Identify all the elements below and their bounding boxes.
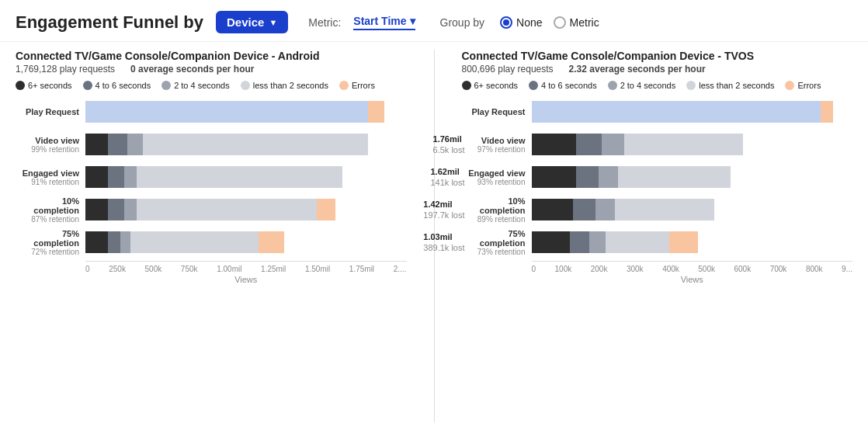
radio-none-option[interactable]: None <box>500 16 542 29</box>
x-axis-label-tvos: Views <box>532 275 853 284</box>
chart-stats-android: 1,769,128 play requests0 average seconds… <box>16 64 407 75</box>
bar-row-name: 75% completion <box>16 229 79 248</box>
bar-segment <box>606 231 670 253</box>
bar-segment <box>576 166 599 188</box>
chart-panel-android: Connected TV/Game Console/Companion Devi… <box>16 50 407 422</box>
bar-segment <box>821 101 834 123</box>
bar-segment <box>85 199 108 220</box>
legend-label: 6+ seconds <box>474 81 519 90</box>
bar-segment <box>130 231 259 253</box>
bar-segment <box>120 231 130 253</box>
chart-area-android: Play RequestVideo view99% retention1.76m… <box>16 98 407 256</box>
avg-seconds: 0 average seconds per hour <box>130 64 254 75</box>
bar-segments <box>532 231 853 253</box>
bar-value: 1.76mil6.5k lost <box>433 134 465 156</box>
avg-seconds: 2.32 average seconds per hour <box>569 64 706 75</box>
bar-row-name: Play Request <box>462 107 526 116</box>
bar-row-retention: 87% retention <box>16 215 79 224</box>
legend-dot-icon <box>785 81 794 90</box>
bar-label: Play Request <box>16 107 85 116</box>
legend-item: 4 to 6 seconds <box>83 81 151 90</box>
legend-item: less than 2 seconds <box>686 81 774 90</box>
bar-row: Engaged view93% retention731.4k51.4k los… <box>462 163 853 191</box>
legend-item: 6+ seconds <box>16 81 72 90</box>
bar-wrapper <box>85 101 407 123</box>
bar-segment <box>573 199 595 220</box>
bar-segment <box>570 231 589 253</box>
radio-metric-dot <box>554 16 566 29</box>
x-tick: 500k <box>698 265 715 273</box>
metric-label: Metric: <box>308 16 341 29</box>
header: Engagement Funnel by Device ▼ Metric: St… <box>0 0 868 42</box>
x-tick: 600k <box>734 265 752 273</box>
bar-row-retention: 73% retention <box>462 248 526 256</box>
bar-value: 1.42mil197.7k lost <box>423 199 464 221</box>
device-label: Device <box>227 16 264 29</box>
bar-segment <box>624 134 743 155</box>
x-tick: 300k <box>627 265 644 273</box>
bar-segment <box>595 199 615 220</box>
page-title: Engagement Funnel by <box>16 12 203 33</box>
legend-dot-icon <box>686 81 696 90</box>
bar-label: 75% completion72% retention <box>16 229 85 256</box>
legend-dot-icon <box>462 81 471 90</box>
legend-label: Errors <box>352 81 375 90</box>
bar-segment <box>602 134 624 155</box>
chart-panel-tvos: Connected TV/Game Console/Companion Devi… <box>462 50 853 422</box>
bar-segment <box>127 134 144 155</box>
bar-value: 1.62mil141k lost <box>430 166 464 189</box>
bar-label: Video view99% retention <box>16 136 85 154</box>
x-tick: 400k <box>662 265 679 273</box>
bar-segment <box>143 134 367 155</box>
bar-row-name: 10% completion <box>462 196 526 215</box>
x-tick: 800k <box>806 265 823 273</box>
bar-segment <box>124 199 137 220</box>
x-tick: 1.00mil <box>217 265 241 273</box>
bar-row: Video view99% retention1.76mil6.5k lost <box>16 130 407 158</box>
radio-metric-option[interactable]: Metric <box>554 16 599 29</box>
bar-segment <box>532 166 577 188</box>
bar-segment <box>368 101 384 123</box>
bar-row: Play Request <box>462 98 853 126</box>
radio-none-label: None <box>516 16 542 29</box>
bar-segment <box>108 166 124 188</box>
bar-label: Engaged view93% retention <box>462 168 532 186</box>
bar-segments <box>532 101 853 123</box>
bar-segment <box>108 199 124 220</box>
legend-dot-icon <box>241 81 250 90</box>
bar-row-retention: 89% retention <box>462 215 526 224</box>
bar-row-retention: 99% retention <box>16 145 79 154</box>
bar-wrapper: 1.42mil197.7k lost <box>85 199 407 220</box>
play-requests: 1,769,128 play requests <box>16 64 115 75</box>
bar-segment <box>137 199 317 220</box>
legend-dot-icon <box>529 81 538 90</box>
legend-tvos: 6+ seconds4 to 6 seconds2 to 4 secondsle… <box>462 81 853 90</box>
bar-segment <box>599 166 618 188</box>
bar-wrapper: 731.4k51.4k lost <box>532 166 853 188</box>
bar-segments <box>85 199 407 220</box>
legend-dot-icon <box>608 81 617 90</box>
x-tick: 9... <box>842 265 852 273</box>
device-button[interactable]: Device ▼ <box>216 11 288 33</box>
legend-label: 2 to 4 seconds <box>174 81 230 90</box>
bar-segment <box>85 166 108 188</box>
charts-container: Connected TV/Game Console/Companion Devi… <box>0 42 868 422</box>
x-tick: 250k <box>109 265 126 273</box>
radio-group: None Metric <box>500 16 599 29</box>
legend-dot-icon <box>16 81 25 90</box>
bar-segments <box>85 101 407 123</box>
bar-segments <box>532 166 853 188</box>
bar-segment <box>108 134 127 155</box>
metric-value[interactable]: Start Time ▾ <box>353 15 415 30</box>
legend-item: Errors <box>339 81 375 90</box>
bar-segment <box>532 134 577 155</box>
legend-label: 2 to 4 seconds <box>620 81 676 90</box>
bar-row-name: 75% completion <box>462 229 526 248</box>
x-tick: 750k <box>181 265 198 273</box>
x-tick: 1.50mil <box>305 265 330 273</box>
bar-label: Video view97% retention <box>462 136 532 154</box>
chevron-down-icon: ▼ <box>269 18 277 27</box>
legend-label: Errors <box>797 81 821 90</box>
bar-row-retention: 97% retention <box>462 145 526 154</box>
bar-row-name: Engaged view <box>462 168 526 178</box>
